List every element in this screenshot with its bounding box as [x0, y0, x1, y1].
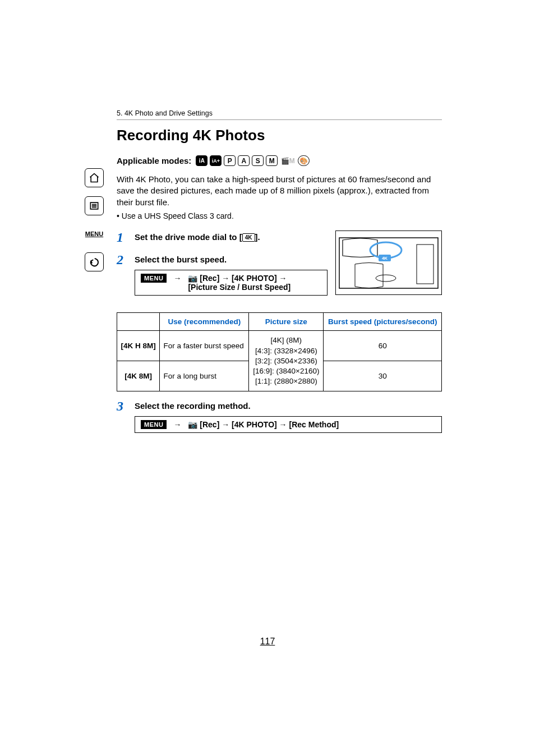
row-use: For a long burst: [160, 361, 249, 391]
menu-path-block: MENU → 📷 [Rec] → [4K PHOTO] → [Rec Metho…: [135, 416, 442, 433]
menu-label-icon[interactable]: MENU: [85, 224, 104, 243]
sidebar: MENU: [83, 168, 105, 271]
contents-icon[interactable]: [85, 196, 104, 215]
arrow-icon: →: [172, 420, 182, 429]
menu-path-text: 📷 [Rec] → [4K PHOTO] → [Picture Size / B…: [188, 274, 290, 292]
step-number: 1: [117, 231, 127, 244]
step-title: Select the recording method.: [135, 401, 442, 411]
picsize-line: [3:2]: (3504×2336): [255, 357, 317, 365]
table-header: Picture size: [249, 313, 324, 331]
step-3: 3 Select the recording method. MENU → 📷 …: [117, 399, 442, 441]
menu-path-text: 📷 [Rec] → [4K PHOTO] → [Rec Method]: [188, 420, 339, 429]
drive-mode-4k-icon: 4K: [242, 233, 255, 242]
camera-icon: 📷: [188, 274, 197, 283]
table-header: [117, 313, 160, 331]
step-title: Set the drive mode dial to [4K].: [135, 232, 328, 242]
mode-a-icon: A: [238, 155, 250, 166]
mode-creative-icon: 🎨: [298, 155, 310, 166]
step-1: 1 Set the drive mode dial to [4K].: [117, 231, 328, 248]
mode-m-icon: M: [266, 155, 278, 166]
applicable-modes: Applicable modes: iA iA+ P A S M 🎬M 🎨: [117, 155, 442, 166]
menu-badge-icon: MENU: [141, 420, 167, 429]
page-number[interactable]: 117: [0, 637, 535, 647]
step-number: 2: [117, 253, 127, 266]
camera-dial-illustration: 4K: [335, 231, 442, 295]
page-title: Recording 4K Photos: [117, 127, 442, 144]
mode-s-icon: S: [252, 155, 264, 166]
burst-speed-table: Use (recommended) Picture size Burst spe…: [117, 312, 442, 391]
menu-badge-icon: MENU: [141, 274, 167, 283]
mode-ia-icon: iA: [196, 155, 207, 166]
step-number: 3: [117, 399, 127, 413]
note-bullet: • Use a UHS Speed Class 3 card.: [117, 211, 442, 220]
step-title-pre: Set the drive mode dial to [: [135, 232, 242, 242]
camera-icon: 📷: [188, 420, 197, 429]
picture-size-cell: [4K] (8M) [4:3]: (3328×2496) [3:2]: (350…: [249, 331, 324, 391]
svg-rect-4: [339, 238, 438, 288]
modes-label: Applicable modes:: [117, 156, 191, 165]
intro-text: With 4K Photo, you can take a high-speed…: [117, 174, 442, 208]
divider: [117, 119, 442, 120]
svg-rect-8: [417, 245, 433, 284]
step-title: Select the burst speed.: [135, 255, 328, 264]
step-title-post: ].: [255, 232, 260, 242]
svg-text:4K: 4K: [382, 256, 388, 261]
svg-point-9: [376, 275, 396, 282]
row-burst: 30: [324, 361, 442, 391]
row-use: For a faster burst speed: [160, 331, 249, 361]
mode-moviem-icon: 🎬M: [280, 157, 296, 165]
picsize-line: [1:1]: (2880×2880): [255, 377, 317, 385]
step-2: 2 Select the burst speed. MENU → 📷 [Rec]…: [117, 253, 328, 303]
table-row: [4K H 8M] For a faster burst speed [4K] …: [117, 331, 442, 361]
back-icon[interactable]: [85, 252, 104, 271]
table-header: Use (recommended): [160, 313, 249, 331]
arrow-icon: →: [172, 274, 182, 283]
mode-ia-plus-icon: iA+: [210, 155, 222, 166]
menu-line-2: [Picture Size / Burst Speed]: [188, 283, 290, 292]
menu-path-block: MENU → 📷 [Rec] → [4K PHOTO] → [Picture S…: [135, 270, 328, 296]
breadcrumb: 5. 4K Photo and Drive Settings: [117, 109, 442, 117]
row-burst: 60: [324, 331, 442, 361]
menu-line-1: [Rec] → [4K PHOTO] →: [200, 274, 287, 283]
mode-p-icon: P: [224, 155, 236, 166]
picsize-line: [16:9]: (3840×2160): [253, 367, 319, 375]
home-icon[interactable]: [85, 168, 104, 187]
table-header: Burst speed (pictures/second): [324, 313, 442, 331]
picsize-line: [4:3]: (3328×2496): [255, 347, 317, 355]
row-label: [4K H 8M]: [117, 331, 160, 361]
picsize-line: [4K] (8M): [271, 336, 302, 344]
main-content: 5. 4K Photo and Drive Settings Recording…: [117, 109, 442, 441]
menu-line: [Rec] → [4K PHOTO] → [Rec Method]: [200, 420, 339, 429]
row-label: [4K 8M]: [117, 361, 160, 391]
